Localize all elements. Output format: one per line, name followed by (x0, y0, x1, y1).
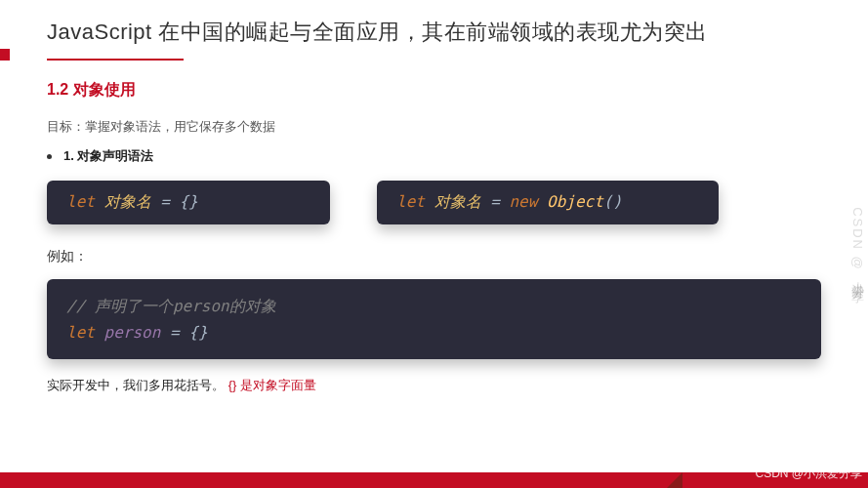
watermark: CSDN @小洪爱分享 (755, 466, 862, 482)
watermark-side: CSDN @小洪爱分享 (848, 207, 866, 281)
note-prefix: 实际开发中，我们多用花括号。 (47, 378, 225, 392)
code-row: let 对象名 = {} let 对象名 = new Object() (47, 181, 821, 224)
bullet-item: 1. 对象声明语法 (47, 147, 821, 165)
accent-bar-left (0, 49, 10, 61)
keyword-new: new (509, 192, 537, 211)
code-block-example: // 声明了一个person的对象 let person = {} (47, 279, 821, 359)
bullet-text: 1. 对象声明语法 (63, 147, 153, 165)
example-label: 例如： (47, 248, 821, 265)
operator-equals: = (490, 192, 500, 211)
note-line: 实际开发中，我们多用花括号。 {} 是对象字面量 (47, 377, 821, 394)
content: 1.2 对象使用 目标：掌握对象语法，用它保存多个数据 1. 对象声明语法 le… (0, 61, 868, 394)
bullet-icon (47, 154, 52, 159)
goal-text: 目标：掌握对象语法，用它保存多个数据 (47, 118, 821, 136)
parentheses: () (603, 192, 622, 211)
braces: {} (179, 192, 197, 211)
variable-person: person (104, 323, 161, 342)
keyword-let: let (396, 192, 425, 211)
note-emphasis: {} 是对象字面量 (228, 378, 316, 392)
header: JavaScript 在中国的崛起与全面应用，其在前端领域的表现尤为突出 (0, 0, 868, 47)
type-object: Object (547, 192, 603, 211)
comment-line: // 声明了一个person的对象 (66, 297, 276, 315)
keyword-let: let (66, 192, 95, 211)
code-block-literal: let 对象名 = {} (47, 181, 330, 224)
footer-accent-shape (667, 472, 682, 488)
variable-name: 对象名 (104, 192, 151, 211)
section-heading: 1.2 对象使用 (47, 80, 821, 101)
braces: {} (188, 323, 207, 342)
page-title: JavaScript 在中国的崛起与全面应用，其在前端领域的表现尤为突出 (47, 18, 868, 47)
variable-name: 对象名 (434, 192, 481, 211)
code-block-constructor: let 对象名 = new Object() (377, 181, 719, 224)
keyword-let: let (66, 323, 95, 342)
operator-equals: = (170, 323, 180, 342)
operator-equals: = (160, 192, 170, 211)
footer-bar (0, 472, 868, 488)
